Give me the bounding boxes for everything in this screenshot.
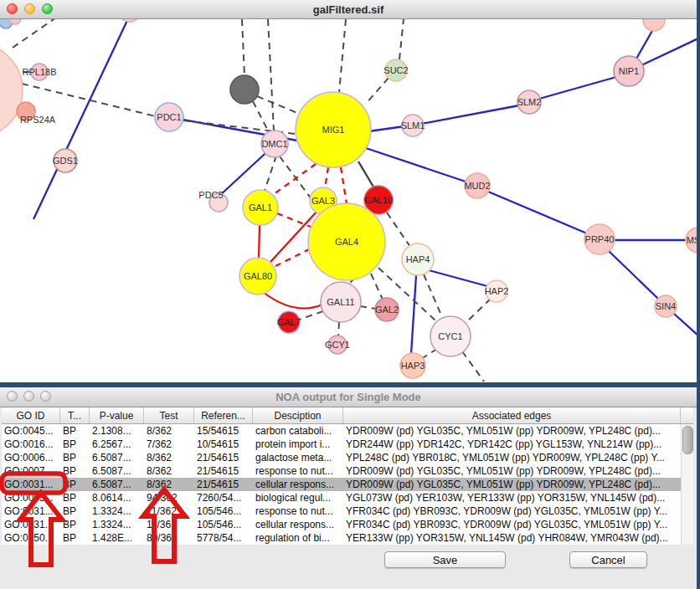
node-label: GAL3 <box>311 196 335 206</box>
edge <box>259 225 260 259</box>
minimize-button-icon[interactable] <box>23 391 34 402</box>
cell-associated-edges: YDR009W (pd) YGL035C, YML051W (pp) YDR00… <box>343 424 681 438</box>
node-label: HAP3 <box>401 361 425 371</box>
node-label: GCY1 <box>325 340 350 350</box>
cell-go-id: GO:0006... <box>2 451 60 464</box>
node-label: SIN4 <box>656 301 676 311</box>
cell-description: response to nut... <box>253 504 343 518</box>
column-header-stub <box>681 407 693 423</box>
cell-test: 11/362 <box>144 504 194 518</box>
table-header-row: GO IDT...P-valueTestReferen...Desciption… <box>2 407 693 424</box>
zoom-button-icon[interactable] <box>40 391 51 402</box>
table-body: GO:0045...BP2.1308...8/36215/54615carbon… <box>2 424 681 545</box>
edge <box>371 274 383 300</box>
minimize-button-icon[interactable] <box>24 3 35 14</box>
node-label: GAL7 <box>277 317 301 327</box>
edge <box>360 306 375 309</box>
table-row[interactable]: GO:0050...BP1.428E...80/3625778/54...reg… <box>2 531 681 545</box>
column-header-p-value[interactable]: P-value <box>90 407 144 423</box>
edge <box>274 164 316 194</box>
cell-test: 80/362 <box>144 531 194 545</box>
node-label: MUD2 <box>464 181 490 191</box>
cell-go-id: GO:0031... <box>2 478 60 491</box>
zoom-button-icon[interactable] <box>42 3 53 14</box>
cell-reference: 105/546... <box>194 518 253 531</box>
column-header-associated-edges[interactable]: Associated edges <box>343 407 681 423</box>
cancel-button[interactable]: Cancel <box>569 551 647 568</box>
table-row[interactable]: GO:0045...BP2.1308...8/36215/54615carbon… <box>2 424 681 438</box>
cell-type: BP <box>60 478 90 491</box>
node-label: HAP4 <box>406 254 430 264</box>
cell-test: 94/362 <box>144 491 194 504</box>
cell-reference: 7260/54... <box>194 491 253 504</box>
edge <box>358 161 374 188</box>
close-button-icon[interactable] <box>7 3 18 14</box>
cell-description: carbon cataboli... <box>253 424 343 438</box>
cell-associated-edges: YFR034C (pd) YBR093C, YDR009W (pd) YGL03… <box>343 518 681 531</box>
node-label: PDC1 <box>157 112 181 122</box>
cell-reference: 21/54615 <box>194 464 253 478</box>
save-button[interactable]: Save <box>384 551 506 568</box>
node-label: GAL11 <box>327 297 354 307</box>
edge <box>636 29 653 59</box>
edge <box>265 156 276 191</box>
vertical-scrollbar[interactable] <box>681 424 693 545</box>
edge <box>429 270 487 286</box>
edge <box>338 322 339 336</box>
network-window: galFiltered.sif RPL18BRPS24AGDS1PDC1DMC1… <box>0 0 697 382</box>
noa-window-titlebar: NOA output for Single Mode <box>0 387 697 407</box>
cell-test: 8/362 <box>144 424 194 438</box>
edge <box>609 251 658 299</box>
cell-test: 8/362 <box>144 464 194 478</box>
cell-test: 11/362 <box>144 518 194 531</box>
node-unlabeled[interactable] <box>230 75 259 104</box>
table-row[interactable]: GO:0006...BP6.5087...8/36221/54615galact… <box>2 451 681 464</box>
table-row[interactable]: GO:0031...BP1.3324...11/362105/546...res… <box>2 504 681 518</box>
edge <box>341 167 347 204</box>
edge <box>387 213 410 247</box>
node-unlabeled[interactable] <box>119 19 141 22</box>
edge <box>488 192 587 233</box>
cell-p-value: 8.0614... <box>90 491 144 504</box>
cell-go-id: GO:0031... <box>2 504 60 518</box>
cell-go-id: GO:0045... <box>2 424 60 438</box>
edge <box>539 77 616 99</box>
edge <box>411 275 416 354</box>
table-row[interactable]: GO:0065...BP8.0614...94/3627260/54...bio… <box>2 491 681 504</box>
column-header-reference[interactable]: Referen... <box>194 407 253 423</box>
column-header-description[interactable]: Desciption <box>253 407 343 423</box>
node-label: PRP40 <box>585 234 615 244</box>
edge <box>368 126 404 131</box>
node-label: GAL80 <box>244 271 272 281</box>
node-label: GDS1 <box>53 156 78 166</box>
table-row[interactable]: GO:0007...BP6.5087...8/36221/54615respon… <box>2 464 681 478</box>
node-label: CYC1 <box>438 331 462 341</box>
network-window-title: galFiltered.sif <box>313 3 384 16</box>
cell-type: BP <box>60 518 90 531</box>
edge <box>257 96 297 113</box>
noa-output-window: NOA output for Single Mode GO IDT...P-va… <box>0 387 697 589</box>
scrollbar-thumb[interactable] <box>682 426 693 454</box>
cell-type: BP <box>60 504 90 518</box>
cell-reference: 21/54615 <box>194 478 253 491</box>
node-unlabeled[interactable] <box>643 19 665 31</box>
column-header-type[interactable]: T... <box>60 407 90 423</box>
cell-associated-edges: YDR009W (pd) YGL035C, YML051W (pp) YDR00… <box>343 464 681 478</box>
table-row[interactable]: GO:0016...BP6.2567...7/36210/54615protei… <box>2 438 681 451</box>
edge <box>13 19 67 48</box>
node-label: RPL18B <box>23 67 57 77</box>
network-nodes: RPL18BRPS24AGDS1PDC1DMC1MIG1SUC2SLM1SLM2… <box>0 19 697 378</box>
table-row[interactable]: GO:0031...BP6.5087...8/36221/54615cellul… <box>2 478 681 491</box>
close-button-icon[interactable] <box>7 391 18 402</box>
cell-go-id: GO:0031... <box>2 518 60 531</box>
network-canvas[interactable]: RPL18BRPS24AGDS1PDC1DMC1MIG1SUC2SLM1SLM2… <box>0 19 697 382</box>
noa-window-title: NOA output for Single Mode <box>275 391 421 403</box>
cell-go-id: GO:0007... <box>2 464 60 478</box>
table-row[interactable]: GO:0031...BP1.3324...11/362105/546...cel… <box>2 518 681 531</box>
column-header-test[interactable]: Test <box>144 407 194 423</box>
cell-associated-edges: YER133W (pp) YOR315W, YNL145W (pd) YHR08… <box>343 531 681 545</box>
cell-test: 7/362 <box>144 438 194 451</box>
cell-reference: 10/54615 <box>194 438 253 451</box>
node-label: PDC5 <box>198 190 223 200</box>
column-header-go-id[interactable]: GO ID <box>2 407 60 423</box>
